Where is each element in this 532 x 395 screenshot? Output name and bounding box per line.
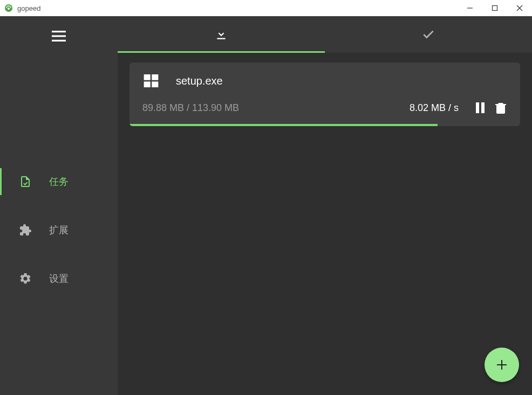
hamburger-icon [52, 31, 66, 41]
tab-downloading[interactable] [118, 16, 325, 53]
tabs [118, 16, 532, 53]
sidebar-spacer [0, 50, 118, 163]
minimize-icon [467, 5, 473, 11]
svg-point-1 [8, 8, 10, 10]
main-area: setup.exe 89.88 MB / 113.90 MB 8.02 MB /… [118, 16, 532, 395]
progress-text: 89.88 MB / 113.90 MB [142, 102, 410, 114]
download-card[interactable]: setup.exe 89.88 MB / 113.90 MB 8.02 MB /… [129, 63, 520, 126]
file-name: setup.exe [176, 75, 223, 87]
file-check-icon [19, 175, 32, 188]
svg-rect-6 [52, 31, 66, 32]
sidebar-item-label: 设置 [49, 272, 69, 285]
speed-text: 8.02 MB / s [410, 102, 459, 114]
window-title: gopeed [17, 4, 458, 12]
gear-icon [19, 272, 32, 285]
svg-rect-8 [52, 40, 66, 41]
tab-completed[interactable] [325, 16, 532, 53]
window-titlebar: gopeed [0, 0, 532, 16]
window-controls [458, 0, 532, 16]
sidebar-item-tasks[interactable]: 任务 [0, 163, 118, 200]
svg-rect-7 [52, 35, 66, 37]
maximize-button[interactable] [482, 0, 507, 16]
extension-icon [19, 224, 32, 237]
add-download-button[interactable] [485, 348, 519, 382]
svg-rect-9 [144, 74, 151, 80]
content-area: setup.exe 89.88 MB / 113.90 MB 8.02 MB /… [118, 53, 532, 395]
plus-icon [496, 359, 508, 371]
app-body: 任务 扩展 设置 [0, 16, 532, 395]
check-icon [421, 27, 435, 41]
svg-rect-11 [144, 81, 151, 87]
download-header: setup.exe [129, 63, 520, 95]
trash-icon [495, 102, 506, 114]
progress-bar [129, 124, 520, 126]
close-button[interactable] [507, 0, 532, 16]
progress-fill [129, 124, 438, 126]
svg-rect-3 [493, 6, 497, 11]
sidebar-item-label: 任务 [49, 175, 69, 188]
hamburger-menu-button[interactable] [0, 23, 118, 50]
sidebar-item-label: 扩展 [49, 224, 69, 237]
sidebar-item-extensions[interactable]: 扩展 [0, 211, 118, 249]
svg-rect-14 [481, 102, 485, 113]
windows-icon [142, 72, 160, 89]
svg-rect-13 [476, 102, 479, 113]
sidebar: 任务 扩展 设置 [0, 16, 118, 395]
pause-icon [475, 102, 485, 113]
download-icon [214, 27, 228, 41]
app-logo-icon [4, 4, 13, 12]
sidebar-item-settings[interactable]: 设置 [0, 260, 118, 297]
download-footer: 89.88 MB / 113.90 MB 8.02 MB / s [129, 95, 520, 124]
delete-button[interactable] [493, 100, 508, 115]
pause-button[interactable] [473, 100, 488, 115]
close-icon [516, 5, 523, 11]
svg-rect-12 [152, 81, 158, 87]
maximize-icon [492, 5, 498, 11]
svg-rect-10 [152, 74, 158, 80]
minimize-button[interactable] [458, 0, 482, 16]
